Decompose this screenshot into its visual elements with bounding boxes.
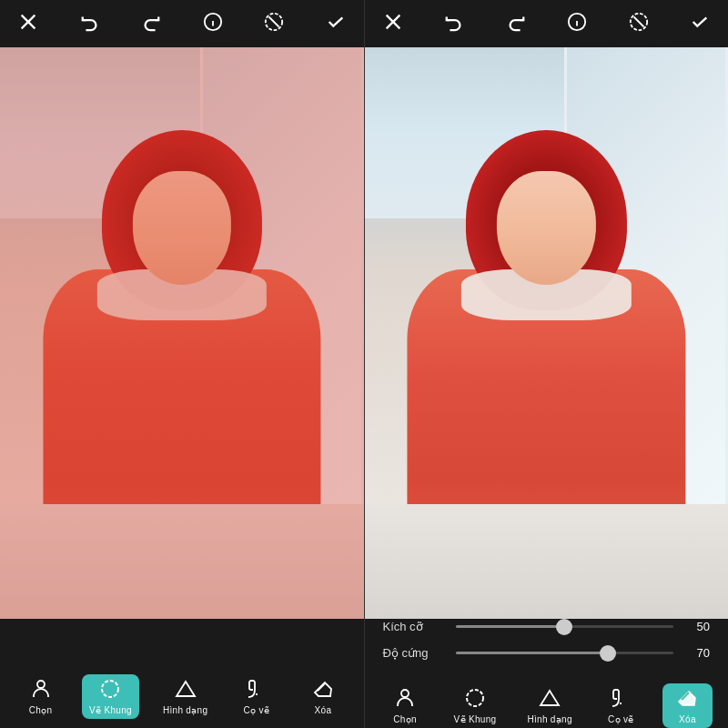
left-panel: Chọn Vẽ Khung Hình dạng — [0, 0, 364, 728]
right-confirm-icon[interactable] — [686, 12, 713, 36]
right-undo-icon[interactable] — [440, 12, 468, 36]
co-ve-label: Cọ vẽ — [244, 705, 270, 715]
right-bottom-toolbar: Kích cỡ 50 Độ cứng 70 — [365, 619, 729, 728]
eraser-icon-left — [312, 678, 334, 703]
right-panel: Kích cỡ 50 Độ cứng 70 — [365, 0, 729, 728]
svg-line-6 — [269, 16, 279, 26]
right-bottom-nav: Chọn Vẽ Khung Hình dạng — [365, 683, 729, 728]
right-toolbar — [365, 0, 729, 47]
selection-circle-icon — [99, 678, 121, 703]
kich-co-thumb[interactable] — [556, 619, 572, 635]
right-edit-icon[interactable] — [625, 12, 652, 36]
undo-icon[interactable] — [76, 12, 104, 36]
slider-do-cung-row: Độ cứng 70 — [383, 646, 711, 660]
kich-co-value: 50 — [682, 620, 710, 633]
right-triangle-icon — [539, 687, 561, 713]
kich-co-track[interactable] — [456, 625, 674, 628]
svg-marker-9 — [177, 682, 195, 696]
brush-icon — [246, 678, 268, 703]
left-nav-xoa[interactable]: Xóa — [298, 674, 348, 719]
edit-icon[interactable] — [260, 12, 288, 36]
do-cung-value: 70 — [682, 646, 710, 660]
ve-khung-label: Vẽ Khung — [89, 705, 132, 715]
do-cung-fill — [456, 652, 609, 654]
right-brush-icon — [610, 687, 632, 713]
close-icon[interactable] — [15, 12, 42, 36]
right-nav-chon[interactable]: Chọn — [380, 683, 430, 728]
left-nav-ve-khung[interactable]: Vẽ Khung — [82, 674, 139, 719]
redo-icon[interactable] — [137, 12, 165, 36]
right-co-ve-label: Cọ vẽ — [608, 714, 634, 724]
slider-kich-co-row: Kích cỡ 50 — [383, 620, 711, 633]
right-redo-icon[interactable] — [502, 12, 530, 36]
svg-point-8 — [102, 681, 118, 697]
right-person-icon — [394, 687, 416, 713]
svg-line-10 — [318, 683, 325, 691]
triangle-icon — [175, 678, 197, 703]
right-chon-label: Chọn — [393, 714, 417, 724]
confirm-icon[interactable] — [322, 12, 349, 36]
right-close-icon[interactable] — [379, 12, 407, 36]
svg-point-19 — [467, 690, 483, 706]
kich-co-label: Kích cỡ — [383, 620, 447, 633]
chon-label: Chọn — [29, 705, 53, 715]
slider-panel: Kích cỡ 50 Độ cứng 70 — [365, 609, 729, 683]
svg-point-7 — [37, 681, 45, 688]
person-icon — [30, 678, 52, 703]
right-selection-circle-icon — [464, 687, 486, 713]
right-info-icon[interactable] — [563, 12, 591, 36]
hinh-dang-label: Hình dạng — [163, 705, 207, 715]
left-toolbar — [0, 0, 364, 47]
kich-co-fill — [456, 625, 565, 628]
left-image-area — [0, 47, 364, 619]
right-xoa-label: Xóa — [679, 714, 696, 724]
xoa-label-left: Xóa — [315, 705, 332, 715]
right-image-area — [365, 47, 729, 619]
right-nav-hinh-dang[interactable]: Hình dạng — [520, 683, 579, 728]
right-nav-co-ve[interactable]: Cọ vẽ — [596, 683, 646, 728]
do-cung-track[interactable] — [456, 652, 674, 654]
info-icon[interactable] — [199, 12, 227, 36]
right-nav-ve-khung[interactable]: Vẽ Khung — [447, 683, 504, 728]
left-nav-chon[interactable]: Chọn — [15, 674, 66, 719]
svg-marker-20 — [541, 691, 559, 705]
left-bottom-nav: Chọn Vẽ Khung Hình dạng — [0, 664, 364, 728]
right-ve-khung-label: Vẽ Khung — [454, 714, 497, 724]
right-nav-xoa[interactable]: Xóa — [662, 683, 713, 728]
left-nav-hinh-dang[interactable]: Hình dạng — [156, 674, 215, 719]
left-nav-co-ve[interactable]: Cọ vẽ — [231, 674, 281, 719]
right-hinh-dang-label: Hình dạng — [527, 714, 571, 724]
svg-point-18 — [401, 690, 409, 697]
left-bottom-toolbar: Chọn Vẽ Khung Hình dạng — [0, 619, 364, 728]
do-cung-label: Độ cứng — [383, 646, 447, 660]
eraser-icon-right — [676, 687, 698, 713]
svg-line-17 — [633, 16, 643, 26]
do-cung-thumb[interactable] — [600, 645, 616, 662]
